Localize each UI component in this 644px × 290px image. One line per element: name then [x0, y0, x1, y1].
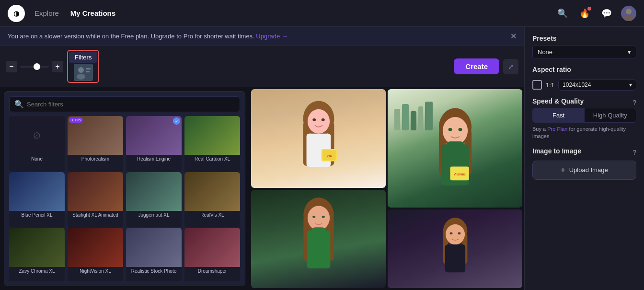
svg-rect-32: [446, 141, 464, 149]
svg-point-28: [442, 117, 467, 145]
upload-icon: +: [561, 166, 565, 174]
filter-card-dreamshaper[interactable]: Dreamshaper: [184, 228, 240, 281]
notification-badge: [587, 7, 591, 11]
svg-point-38: [445, 224, 464, 244]
filter-card-zavy[interactable]: Zavy Chroma XL: [9, 228, 65, 281]
svg-point-1: [624, 15, 633, 21]
filter-grid: ∅NonePhotorealism+ ProRealism Engine✓Rea…: [9, 116, 240, 281]
svg-point-22: [322, 216, 324, 218]
filters-panel: 🔍 ∅NonePhotorealism+ ProRealism Engine✓R…: [0, 87, 249, 290]
svg-point-21: [312, 216, 315, 218]
filter-card-juggernaut[interactable]: Juggernaut XL: [126, 172, 182, 228]
search-icon[interactable]: 🔍: [555, 6, 570, 21]
filter-preview: [74, 64, 93, 81]
minus-button[interactable]: −: [6, 61, 17, 72]
filter-card-realism_engine[interactable]: Realism Engine✓: [126, 116, 182, 172]
preset-select[interactable]: None ▾: [532, 45, 636, 59]
slider-thumb[interactable]: [34, 63, 40, 70]
banner-close-icon[interactable]: ✕: [510, 32, 517, 41]
filter-card-real_cartoon_xl[interactable]: Real Cartoon XL: [184, 116, 240, 172]
nav-explore[interactable]: Explore: [34, 9, 59, 17]
sq-pro-link[interactable]: Pro Plan: [547, 126, 567, 132]
presets-title: Presets: [532, 35, 636, 42]
aspect-chevron-icon: ▾: [629, 81, 632, 88]
create-button[interactable]: Create: [454, 58, 499, 74]
prompt-bar: − + Filters: [0, 46, 524, 87]
svg-rect-6: [86, 71, 90, 72]
image-thumb-girl-4[interactable]: [388, 209, 522, 288]
fast-button[interactable]: Fast: [533, 108, 585, 122]
search-filters-icon: 🔍: [14, 100, 24, 109]
svg-point-40: [458, 232, 460, 234]
preset-chevron-icon: ▾: [628, 48, 631, 56]
presets-section: Presets None ▾: [532, 35, 636, 59]
filter-preview-image: [74, 64, 93, 81]
svg-point-20: [307, 206, 329, 230]
expand-button[interactable]: ⤢: [503, 59, 518, 74]
center-area: You are on a slower version while on the…: [0, 27, 524, 290]
center-content: 🔍 ∅NonePhotorealism+ ProRealism Engine✓R…: [0, 87, 524, 290]
upgrade-link[interactable]: Upgrade →: [256, 33, 288, 40]
slider-track: [20, 66, 49, 68]
svg-point-11: [312, 118, 316, 121]
filter-card-blue_pencil[interactable]: Blue Pencil XL: [9, 172, 65, 228]
filter-card-nightvision[interactable]: NightVision XL: [68, 228, 123, 281]
main-layout: You are on a slower version while on the…: [0, 27, 644, 290]
image-thumb-girl-3[interactable]: Vitamins: [388, 89, 522, 208]
image-col-left: Vita: [251, 89, 386, 288]
svg-rect-23: [307, 230, 330, 268]
image-col-right: Vitamins: [388, 89, 522, 288]
notification-icon[interactable]: 🔥: [577, 6, 592, 21]
svg-text:Vita: Vita: [327, 154, 332, 157]
image-to-image-title: Image to Image: [532, 147, 581, 155]
aspect-ratio-row: 1:1 1024x1024 ▾: [532, 79, 636, 91]
avatar[interactable]: [621, 6, 636, 21]
aspect-dimensions-select[interactable]: 1024x1024 ▾: [558, 79, 636, 91]
speed-quality-section: Speed & Quality ? Fast High Quality Buy …: [532, 97, 636, 140]
high-quality-button[interactable]: High Quality: [585, 108, 636, 122]
banner-text: You are on a slower version while on the…: [8, 33, 506, 40]
filter-card-stockphoto[interactable]: Realistic Stock Photo: [126, 228, 182, 281]
svg-point-30: [458, 128, 462, 131]
logo: ◑: [8, 5, 25, 22]
prompt-input[interactable]: A beautiful girl with brown hair holds a…: [103, 63, 450, 70]
plus-button[interactable]: +: [52, 61, 63, 72]
upload-image-button[interactable]: + Upload Image: [532, 161, 636, 180]
svg-point-3: [78, 67, 84, 73]
sq-help-text: Buy a Pro Plan for generate high-quality…: [532, 126, 636, 140]
aspect-ratio-box: [532, 80, 542, 90]
aspect-ratio-section: Aspect ratio 1:1 1024x1024 ▾: [532, 66, 636, 91]
image-thumb-girl-2[interactable]: [251, 190, 386, 289]
nav-right: 🔍 🔥 💬: [555, 6, 636, 21]
chat-icon[interactable]: 💬: [599, 6, 614, 21]
image-to-image-section: Image to Image ? + Upload Image: [532, 147, 636, 180]
svg-rect-41: [445, 244, 465, 272]
filter-card-none[interactable]: ∅None: [9, 116, 65, 172]
top-nav: ◑ Explore My Creations 🔍 🔥 💬: [0, 0, 644, 27]
image-thumb-girl-1[interactable]: Vita: [251, 89, 386, 188]
speed-quality-title: Speed & Quality: [532, 97, 584, 105]
svg-point-12: [321, 118, 324, 121]
filters-red-box: Filters: [67, 50, 99, 83]
aspect-ratio-title: Aspect ratio: [532, 66, 636, 73]
filters-button[interactable]: Filters: [69, 52, 97, 63]
svg-point-39: [449, 232, 452, 234]
svg-point-0: [626, 9, 632, 14]
svg-point-4: [77, 74, 85, 80]
svg-point-29: [448, 128, 452, 131]
images-panel: Vita: [249, 87, 524, 290]
filter-card-starlight[interactable]: Starlight XL Animated: [68, 172, 123, 228]
svg-text:Vitamins: Vitamins: [453, 173, 466, 176]
image-to-image-help-icon[interactable]: ?: [632, 149, 636, 156]
svg-point-10: [307, 109, 329, 133]
filter-card-photorealism[interactable]: Photorealism+ Pro: [68, 116, 123, 172]
speed-quality-help-icon[interactable]: ?: [632, 99, 636, 106]
svg-rect-5: [86, 68, 91, 70]
search-filters-input[interactable]: [27, 101, 235, 108]
search-filters-container: 🔍: [9, 96, 240, 112]
filter-card-realvis[interactable]: RealVis XL: [184, 172, 240, 228]
right-panel: Presets None ▾ Aspect ratio 1:1 1024x102…: [524, 27, 644, 290]
svg-rect-24: [311, 227, 325, 234]
nav-my-creations[interactable]: My Creations: [70, 9, 115, 17]
prompt-controls: − +: [6, 61, 63, 72]
